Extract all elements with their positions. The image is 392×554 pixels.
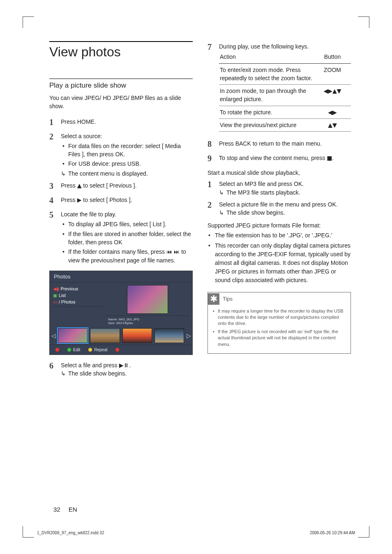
steps-cont: 6 Select a file and press ▶⏸. The slide … <box>49 360 193 378</box>
folder-icon: ▭ <box>53 299 57 305</box>
step-9: 9 To stop and view the content menu, pre… <box>208 153 351 165</box>
music-steps: 1 Select an MP3 file and press OK. The M… <box>208 178 351 217</box>
table-row: To rotate the picture.◀▶ <box>219 106 351 118</box>
table-row: In zoom mode, to pan through the enlarge… <box>219 85 351 106</box>
jpeg-formats-heading: Supported JPEG picture formats File form… <box>208 222 351 229</box>
step-5: 5 Locate the file to play. To display al… <box>49 209 193 266</box>
step-8: 8 Press BACK to return to the main menu. <box>208 138 351 150</box>
page-content: View photos Play a picture slide show Yo… <box>29 21 363 380</box>
up-down-icon: ▲▼ <box>314 119 351 132</box>
step-number: 8 <box>208 138 214 150</box>
step-number: 7 <box>208 41 214 136</box>
step-number: 4 <box>49 195 56 206</box>
step-2: 2 Select a source: For data files on the… <box>49 131 193 178</box>
print-metadata: 1_DVR2008_97_eng_wk822.indd 32 2008-05-2… <box>37 531 355 535</box>
col-action: Action <box>219 51 314 63</box>
table-row: View the previous/next picture▲▼ <box>219 119 351 132</box>
thumbnail <box>90 328 120 343</box>
step-number: 2 <box>208 199 214 217</box>
red-dot-icon <box>55 348 59 352</box>
repeat-label: Repeat <box>94 348 107 352</box>
bullet: The file extension has to be '.JPG', or … <box>208 231 351 240</box>
tips-label: Tips <box>223 296 233 302</box>
step-number: 6 <box>49 360 56 378</box>
actions-table: ActionButton To enter/exit zoom mode. Pr… <box>219 51 351 132</box>
musical-slide-show-heading: Start a musical slide show playback, <box>208 169 351 176</box>
photos-menu-illustration: Photos ◀▮Previous ▣List ▭/ Photos Name: … <box>49 271 193 355</box>
back-arrow-icon: ◀▮ <box>53 286 59 292</box>
green-dot-icon <box>67 348 71 352</box>
yellow-dot-icon <box>88 348 92 352</box>
steps-right: 7 During play, use the following keys. A… <box>208 41 351 165</box>
jpeg-bullets: The file extension has to be '.JPG', or … <box>208 231 351 285</box>
print-file: 1_DVR2008_97_eng_wk822.indd 32 <box>37 531 104 535</box>
steps-list: 1 Press HOME. 2 Select a source: For dat… <box>49 116 193 266</box>
music-step-2: 2 Select a picture file in the menu and … <box>208 199 351 217</box>
bullet: To display all JPEG files, select [ List… <box>61 220 193 228</box>
crop-mark <box>358 16 369 28</box>
left-column: View photos Play a picture slide show Yo… <box>49 41 193 380</box>
file-size: Size: 683 KBytes <box>106 321 189 325</box>
page-number: 32 <box>53 506 60 513</box>
page-footer: 32 EN <box>53 506 77 513</box>
music-step-1: 1 Select an MP3 file and press OK. The M… <box>208 178 351 197</box>
result-line: The content menu is displayed. <box>61 169 193 178</box>
step-7: 7 During play, use the following keys. A… <box>208 41 351 136</box>
bullet: This recorder can only display digital c… <box>208 241 351 285</box>
menu-item-list: ▣List <box>53 293 102 298</box>
menu-item-previous: ◀▮Previous <box>53 286 102 292</box>
step-1: 1 Press HOME. <box>49 116 193 128</box>
crop-mark <box>358 526 369 538</box>
right-column: 7 During play, use the following keys. A… <box>208 41 351 380</box>
tips-box: ✱ Tips It may require a longer time for … <box>208 292 351 354</box>
right-arrow-icon: ▶ <box>77 197 82 203</box>
menu-item-photos: ▭/ Photos <box>53 299 102 305</box>
bullet: For USB device: press USB. <box>61 160 193 168</box>
preview-image <box>127 285 168 314</box>
bullet: If the files are stored in another folde… <box>61 230 193 247</box>
step-number: 5 <box>49 209 56 266</box>
language-code: EN <box>69 506 77 513</box>
step-number: 3 <box>49 180 56 192</box>
result-line: The MP3 file starts playback. <box>219 188 351 197</box>
thumbnail <box>122 328 152 343</box>
right-arrow-icon: ▷ <box>187 332 191 339</box>
folder-icon: ▣ <box>53 293 57 298</box>
left-arrow-icon: ◁ <box>51 332 55 339</box>
crop-mark <box>23 16 34 28</box>
step-number: 9 <box>208 153 214 165</box>
step-6: 6 Select a file and press ▶⏸. The slide … <box>49 360 193 378</box>
stop-icon: ■ <box>327 155 332 161</box>
crop-mark <box>23 526 34 538</box>
left-right-icon: ◀▶ <box>314 106 351 118</box>
tip-item: It may require a longer time for the rec… <box>213 308 346 327</box>
print-timestamp: 2008-05-26 10:29:44 AM <box>310 531 355 535</box>
file-name: Name: IMG_001.JPG <box>106 318 189 321</box>
step-number: 1 <box>208 178 214 197</box>
step-3: 3 Press ▲ to select [ Previous ]. <box>49 180 193 192</box>
step-number: 1 <box>49 116 56 128</box>
table-row: To enter/exit zoom mode. Press repeatedl… <box>219 63 351 85</box>
edit-label: Edit <box>73 348 80 352</box>
dpad-icon: ◀▶▲▼ <box>314 85 351 106</box>
step-4: 4 Press ▶ to select [ Photos ]. <box>49 195 193 206</box>
bullet: For data files on the recorder: select [… <box>61 142 193 159</box>
result-line: The slide show begins. <box>219 209 351 217</box>
result-line: The slide show begins. <box>61 369 193 378</box>
thumbnail <box>154 328 184 343</box>
intro-text: You can view JPEG/ HD JPEG/ BMP files as… <box>49 94 193 111</box>
red-dot-icon <box>115 348 119 352</box>
col-button: Button <box>314 51 351 63</box>
asterisk-icon: ✱ <box>208 293 219 305</box>
heading-view-photos: View photos <box>49 41 193 60</box>
tip-item: If the JPEG picture is not recorded with… <box>213 329 346 348</box>
prev-next-icon: ⏮ ⏭ <box>166 248 180 255</box>
heading-slide-show: Play a picture slide show <box>49 79 193 90</box>
step-number: 2 <box>49 131 56 178</box>
screenshot-title: Photos <box>50 271 192 283</box>
up-arrow-icon: ▲ <box>77 182 82 189</box>
thumbnail <box>58 328 88 343</box>
bullet: If the folder contains many files, press… <box>61 248 193 264</box>
play-pause-icon: ▶⏸ <box>119 362 129 369</box>
